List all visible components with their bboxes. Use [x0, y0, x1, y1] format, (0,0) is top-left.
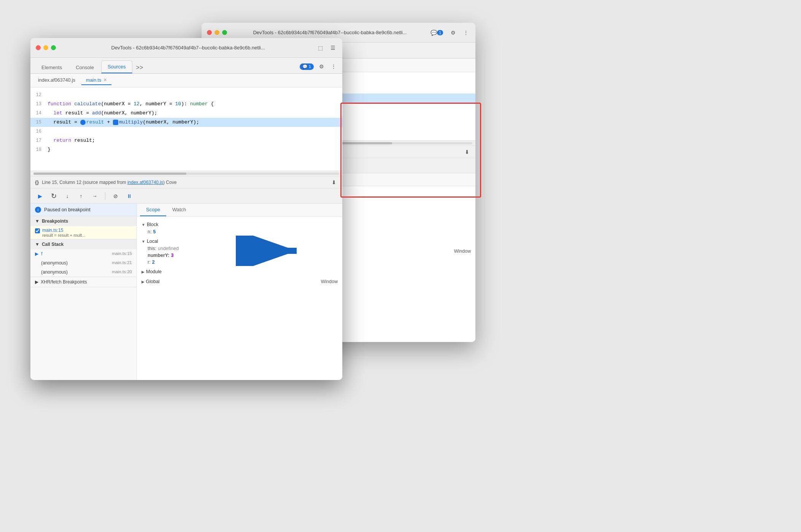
maximize-button-back[interactable]: [222, 30, 227, 35]
maximize-button-front[interactable]: [51, 45, 56, 50]
step-over-btn[interactable]: ↻: [49, 191, 59, 201]
breakpoint-item-1: main.ts:15 result = result + mult...: [30, 226, 137, 239]
title-bar-front: DevTools - 62c6b934c4b7f676049af4b7--buc…: [30, 38, 342, 58]
close-button-front[interactable]: [36, 45, 41, 50]
status-close-front[interactable]: ⬇: [330, 178, 338, 187]
scope-item-n-front: n: 5: [137, 228, 342, 235]
breakpoints-section: ▼ Breakpoints main.ts:15 result = result…: [30, 216, 137, 239]
debug-toolbar-front: ▶ ↻ ↓ ↑ → ⊘ ⏸: [30, 188, 342, 204]
window-front: DevTools - 62c6b934c4b7f676049af4b7--buc…: [30, 38, 342, 380]
scope-tabs-front: Scope Watch: [137, 204, 342, 217]
close-button-back[interactable]: [207, 30, 212, 35]
tab-bar-front: Elements Console Sources >> 💬 1 ⚙ ⋮: [30, 58, 342, 74]
resume-btn[interactable]: ▶: [35, 191, 45, 201]
status-link-front[interactable]: index.af063740.js: [127, 180, 163, 185]
settings-icon-front[interactable]: ⚙: [318, 62, 326, 71]
file-tab-close-front[interactable]: ✕: [103, 78, 107, 82]
scope-group-module-front: ▶ Module: [137, 267, 342, 277]
code-line-16: 16: [30, 127, 342, 136]
window-title-front: DevTools - 62c6b934c4b7f676049af4b7--buc…: [63, 45, 313, 51]
scope-tab-scope-front[interactable]: Scope: [140, 204, 166, 216]
paused-text: Paused on breakpoint: [44, 207, 91, 212]
tab-elements-front[interactable]: Elements: [35, 61, 68, 73]
scope-group-local-header-front[interactable]: ▼ Local: [137, 238, 342, 245]
scope-group-global-front: ▶ Global Window: [137, 277, 342, 287]
scope-group-block-header-front[interactable]: ▼ Block: [137, 221, 342, 228]
more-icon-back[interactable]: ⋮: [462, 28, 470, 37]
call-stack-section: ▼ Call Stack ▶ f main.ts:15 (anonymous) …: [30, 239, 137, 277]
right-panel-front: Scope Watch ▼ Block n: 5: [137, 204, 342, 380]
file-tab-ts-front[interactable]: main.ts ✕: [81, 76, 111, 85]
deactivate-btn[interactable]: ⊘: [111, 191, 121, 201]
status-bar-front: {} Line 15, Column 12 (source mapped fro…: [30, 176, 342, 188]
call-stack-header[interactable]: ▼ Call Stack: [30, 239, 137, 249]
tab-console-front[interactable]: Console: [69, 61, 100, 73]
scrollbar-thumb-front[interactable]: [33, 173, 186, 175]
status-text-front: Line 15, Column 12 (source mapped from i…: [42, 180, 176, 185]
scrollbar-front[interactable]: [30, 171, 342, 176]
badge-front: 💬 1: [300, 63, 314, 70]
minimize-button-back[interactable]: [215, 30, 219, 35]
left-panel-front: i Paused on breakpoint ▼ Breakpoints mai…: [30, 204, 137, 380]
scope-item-r-front: r: 2: [137, 259, 342, 266]
paused-notice: i Paused on breakpoint: [30, 204, 137, 216]
settings-icon-back[interactable]: ⚙: [449, 28, 457, 37]
call-stack-item-2[interactable]: (anonymous) main.ts:21: [30, 258, 137, 268]
traffic-lights-back: [207, 30, 227, 35]
call-stack-item-3[interactable]: (anonymous) main.ts:20: [30, 268, 137, 277]
code-area-front: 12 13 function calculate(numberX = 12, n…: [30, 87, 342, 171]
scope-tab-watch-front[interactable]: Watch: [166, 204, 192, 216]
traffic-lights-front: [36, 45, 56, 50]
code-line-15: 15 result = result + multiply(numberX, n…: [30, 118, 342, 127]
file-tabs-front: index.af063740.js main.ts ✕: [30, 74, 342, 87]
breakpoint-code-1: result = result + mult...: [42, 233, 86, 238]
breakpoint-checkbox-1[interactable]: [35, 228, 40, 233]
step-out-btn[interactable]: ↑: [76, 191, 86, 201]
file-tab-js-front[interactable]: index.af063740.js: [33, 76, 80, 85]
chat-icon-back[interactable]: 💬 1: [429, 28, 445, 37]
code-line-13: 13 function calculate(numberX = 12, numb…: [30, 100, 342, 109]
scope-content-front: ▼ Block n: 5 ▼ Local this:: [137, 217, 342, 290]
status-close-back[interactable]: ⬇: [463, 147, 471, 157]
toolbar-sep-1: [105, 192, 105, 200]
scope-group-local-front: ▼ Local this: undefined numberY: 3 r: 2: [137, 236, 342, 267]
scope-item-this-front: this: undefined: [137, 245, 342, 252]
step-btn[interactable]: →: [90, 191, 100, 201]
step-into-btn[interactable]: ↓: [62, 191, 72, 201]
scope-group-block-front: ▼ Block n: 5: [137, 220, 342, 236]
scrollbar-track-front: [33, 173, 339, 175]
minimize-button-front[interactable]: [43, 45, 48, 50]
code-line-18: 18 }: [30, 145, 342, 154]
scope-group-module-header-front[interactable]: ▶ Module: [137, 268, 342, 276]
code-line-17: 17 return result;: [30, 136, 342, 145]
status-braces-icon: {}: [35, 179, 39, 185]
device-icon-front[interactable]: ☰: [329, 43, 337, 52]
xhr-section: ▶ XHR/fetch Breakpoints: [30, 277, 137, 287]
title-bar-icons-back: 💬 1 ⚙ ⋮: [429, 28, 470, 37]
breakpoint-name-1: main.ts:15: [42, 228, 86, 233]
call-stack-item-1[interactable]: ▶ f main.ts:15: [30, 249, 137, 258]
tab-bar-right-front: 💬 1 ⚙ ⋮: [300, 62, 338, 73]
breakpoints-header[interactable]: ▼ Breakpoints: [30, 216, 137, 226]
info-icon: i: [35, 207, 41, 213]
pause-btn[interactable]: ⏸: [124, 191, 134, 201]
xhr-header[interactable]: ▶ XHR/fetch Breakpoints: [30, 277, 137, 287]
tab-sources-front[interactable]: Sources: [101, 60, 132, 73]
code-line-14: 14 let result = add(numberX, numberY);: [30, 109, 342, 118]
scope-item-numbery-front: numberY: 3: [137, 252, 342, 259]
code-line-12: 12: [30, 90, 342, 100]
title-bar-icons-front: ⬚ ☰: [316, 43, 337, 52]
tab-more-front[interactable]: >>: [133, 62, 146, 73]
cursor-icon-front[interactable]: ⬚: [316, 43, 324, 52]
more-icon-front[interactable]: ⋮: [329, 62, 338, 71]
window-title-back: DevTools - 62c6b934c4b7f676049af4b7--buc…: [234, 30, 426, 35]
scope-group-global-header-front[interactable]: ▶ Global Window: [137, 278, 342, 285]
panels-area-front: i Paused on breakpoint ▼ Breakpoints mai…: [30, 204, 342, 380]
